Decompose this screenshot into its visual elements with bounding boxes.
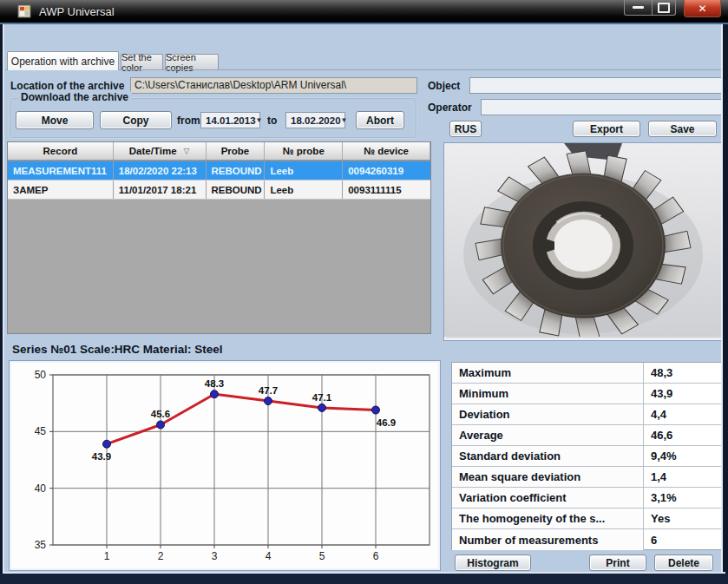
stat-row[interactable]: Deviation4,4 (452, 404, 722, 425)
print-button[interactable]: Print (589, 554, 646, 571)
window-frame-left-inner (3, 23, 4, 572)
operator-input[interactable] (481, 99, 724, 115)
chart-xtick-label: 5 (319, 550, 325, 562)
maximize-button[interactable] (653, 0, 676, 16)
chart-point (318, 404, 326, 411)
stat-label: Deviation (452, 404, 644, 424)
location-of-archive-label: Location of the archive (10, 80, 124, 92)
cell-num-probe[interactable]: Leeb (265, 180, 343, 199)
cell-date-time[interactable]: 11/01/2017 18:21 (114, 180, 207, 199)
stat-value: 1,4 (644, 470, 666, 483)
milling-cutter-illustration (444, 143, 723, 337)
chart-xtick-label: 4 (266, 550, 272, 562)
cell-num-device[interactable]: 0094260319 (343, 161, 430, 180)
chart-xtick-label: 2 (158, 550, 164, 562)
location-of-archive-input[interactable]: C:\Users\Станислав\Desktop\ARM Universal… (130, 77, 417, 94)
window-frame-right-inner (721, 23, 723, 572)
tab-screen-copies[interactable]: Screen copies (165, 54, 219, 70)
column-header-num-probe[interactable]: № probe (265, 142, 343, 160)
tab-operation-with-archive[interactable]: Operation with archive (7, 51, 119, 70)
stat-row[interactable]: Variation coefficient3,1% (452, 488, 722, 509)
chart-ytick-label: 40 (35, 482, 47, 495)
app-icon (17, 4, 31, 18)
stat-label: Mean square deviation (452, 467, 644, 487)
cell-probe[interactable]: REBOUND (207, 180, 266, 199)
stat-row[interactable]: Standard deviation9,4% (452, 446, 722, 467)
stat-value: 4,4 (644, 408, 666, 421)
histogram-button[interactable]: Histogram (455, 554, 531, 571)
stat-label: The homogeneity of the s... (452, 509, 644, 528)
dropdown-arrow-icon: ▼ (341, 116, 348, 124)
operator-label: Operator (428, 102, 472, 114)
move-button[interactable]: Move (16, 111, 94, 129)
to-date-combo[interactable]: 18.02.2020 ▼ (285, 112, 345, 128)
cell-num-device[interactable]: 0093111115 (343, 180, 430, 199)
maximize-icon (658, 3, 670, 13)
stat-row[interactable]: Mean square deviation1,4 (452, 467, 722, 488)
chart-title: Series №01 Scale:HRC Material: Steel (12, 343, 222, 356)
chart-point (265, 397, 272, 405)
table-row[interactable]: MEASUREMENT111 18/02/2020 22:13 REBOUND … (8, 161, 430, 180)
stat-label: Variation coefficient (452, 488, 644, 508)
chart-point (157, 421, 165, 429)
export-button[interactable]: Export (573, 121, 640, 137)
minimize-button[interactable] (624, 0, 653, 16)
chart-ytick-label: 35 (35, 539, 47, 551)
stat-row[interactable]: Average46,6 (452, 425, 722, 446)
stat-label: Average (452, 425, 644, 445)
stat-value: 3,1% (644, 491, 677, 504)
frame-accent-line (0, 23, 728, 24)
abort-button[interactable]: Abort (356, 111, 404, 129)
records-table-header: Record Date/Time▽ Probe № probe № device (8, 142, 430, 161)
chart-point (211, 390, 219, 398)
chart-xtick-label: 3 (212, 550, 218, 562)
stat-label: Maximum (452, 363, 644, 383)
delete-button[interactable]: Delete (654, 554, 713, 571)
rus-button[interactable]: RUS (449, 121, 482, 137)
cell-record[interactable]: ЗАМЕР (8, 180, 114, 199)
to-date-value: 18.02.2020 (291, 115, 341, 126)
save-button[interactable]: Save (648, 121, 717, 137)
window-title: AWP Universal (39, 5, 115, 18)
table-row[interactable]: ЗАМЕР 11/01/2017 18:21 REBOUND Leeb 0093… (8, 180, 430, 200)
cell-date-time[interactable]: 18/02/2020 22:13 (114, 161, 207, 180)
stat-value: 43,9 (644, 387, 672, 400)
chart-panel: 3540455012345643.945.648.347.747.146.9 (9, 360, 441, 571)
chart-xtick-label: 1 (104, 550, 110, 562)
chart-point-label: 47.7 (259, 385, 278, 396)
column-header-num-device[interactable]: № device (343, 142, 430, 160)
minimize-icon (633, 6, 644, 9)
close-icon: ✕ (698, 3, 706, 15)
from-label: from (177, 115, 200, 127)
chart-point (372, 406, 380, 414)
chart-point-label: 46.9 (377, 417, 396, 428)
chart-point-label: 43.9 (92, 451, 111, 462)
cell-probe[interactable]: REBOUND (207, 161, 266, 180)
stat-label: Minimum (452, 384, 644, 404)
stat-row[interactable]: Maximum48,3 (452, 363, 722, 384)
stat-row[interactable]: Minimum43,9 (452, 384, 722, 404)
stat-value: 9,4% (644, 449, 677, 463)
object-input[interactable] (469, 77, 724, 94)
stats-table: Maximum48,3 Minimum43,9 Deviation4,4 Ave… (451, 362, 723, 550)
chart-point (103, 440, 111, 448)
column-header-date-time[interactable]: Date/Time▽ (114, 142, 207, 160)
cell-num-probe[interactable]: Leeb (265, 161, 343, 180)
title-bar[interactable]: AWP Universal ✕ (0, 0, 728, 23)
column-header-probe[interactable]: Probe (207, 142, 266, 160)
from-date-combo[interactable]: 14.01.2013 ▼ (200, 112, 260, 128)
column-header-record[interactable]: Record (8, 142, 114, 160)
copy-button[interactable]: Copy (100, 111, 172, 129)
chart-point-label: 48.3 (205, 378, 224, 389)
chart-point-label: 47.1 (312, 392, 332, 403)
milling-cutter-photo (443, 142, 727, 341)
stat-row[interactable]: The homogeneity of the s...Yes (452, 509, 722, 529)
tab-set-the-color[interactable]: Set the color (121, 54, 163, 70)
chart-ytick-label: 45 (35, 425, 47, 437)
sort-icon: ▽ (184, 147, 190, 155)
cell-record[interactable]: MEASUREMENT111 (8, 161, 114, 180)
dropdown-arrow-icon: ▼ (256, 116, 263, 124)
stat-row[interactable]: Number of measurements6 (452, 529, 722, 550)
download-archive-caption: Download the archive (17, 91, 132, 103)
close-button[interactable]: ✕ (684, 0, 721, 17)
